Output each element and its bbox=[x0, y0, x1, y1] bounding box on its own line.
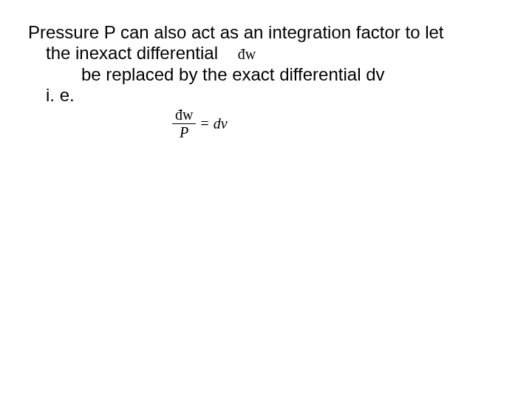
fraction: đw P bbox=[172, 107, 196, 140]
text-line-3: be replaced by the exact differential dv bbox=[28, 64, 504, 85]
equals-sign: = bbox=[200, 115, 208, 132]
text-line-1: Pressure P can also act as an integratio… bbox=[28, 22, 504, 43]
equation: đw P = dv bbox=[172, 107, 504, 140]
text-line-2-prefix: the inexact differential bbox=[46, 43, 218, 63]
text-line-4: i. e. bbox=[28, 85, 504, 106]
equation-rhs: dv bbox=[214, 115, 228, 132]
fraction-numerator: đw bbox=[172, 107, 196, 123]
inline-inexact-differential: đw bbox=[238, 46, 256, 62]
body-text-block: Pressure P can also act as an integratio… bbox=[28, 22, 504, 106]
text-line-2: the inexact differential đw bbox=[28, 43, 504, 64]
slide: Pressure P can also act as an integratio… bbox=[0, 0, 532, 399]
equation-block: đw P = dv bbox=[172, 107, 504, 146]
fraction-denominator: P bbox=[177, 124, 191, 140]
